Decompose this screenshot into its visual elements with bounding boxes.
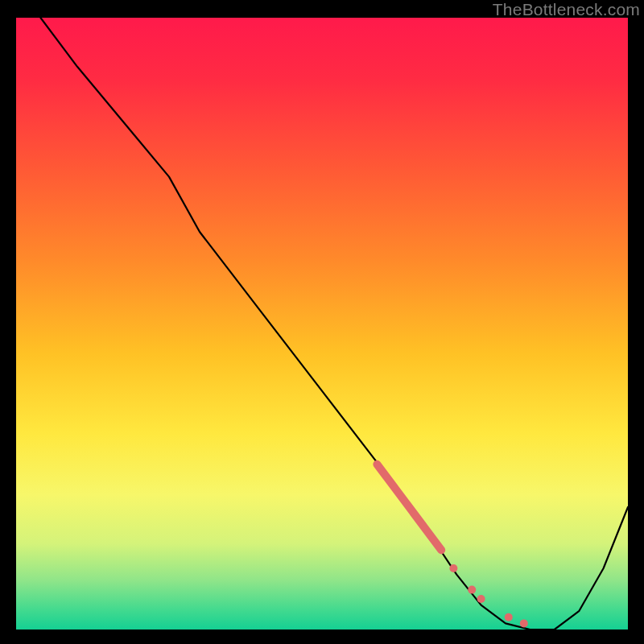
chart-frame	[16, 18, 628, 630]
highlight-dot	[505, 613, 513, 621]
highlight-dot	[477, 595, 485, 603]
highlight-dot	[520, 619, 528, 627]
highlight-dot	[449, 564, 457, 572]
gradient-bg	[16, 18, 628, 630]
bottleneck-chart	[16, 18, 628, 630]
watermark-text: TheBottleneck.com	[493, 0, 640, 19]
highlight-dot	[468, 586, 476, 594]
